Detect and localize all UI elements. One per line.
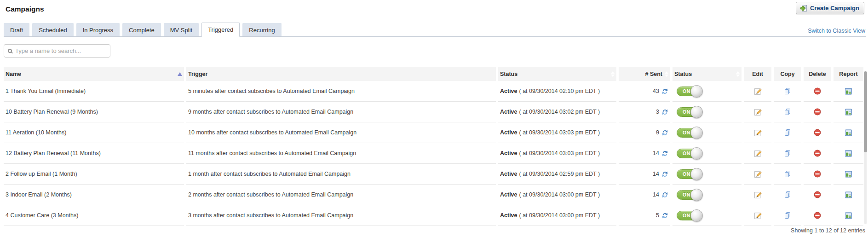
status-toggle[interactable]: ON bbox=[677, 107, 701, 117]
column-header-edit: Edit bbox=[744, 67, 771, 81]
report-chart-icon[interactable] bbox=[845, 191, 852, 199]
campaign-copy-cell bbox=[774, 143, 801, 164]
campaign-sent-cell: 9 bbox=[619, 122, 670, 143]
column-header-name[interactable]: Name bbox=[4, 67, 184, 81]
column-header-status[interactable]: Status bbox=[498, 67, 616, 81]
delete-minus-icon[interactable] bbox=[814, 129, 821, 136]
report-chart-icon[interactable] bbox=[845, 150, 852, 157]
campaign-report-cell bbox=[834, 102, 863, 122]
report-chart-icon[interactable] bbox=[845, 108, 852, 116]
search-icon bbox=[8, 49, 12, 53]
tab-mv-split[interactable]: MV Split bbox=[164, 23, 199, 36]
column-header-status-toggle[interactable]: Status bbox=[673, 67, 742, 81]
status-toggle[interactable]: ON bbox=[677, 128, 701, 138]
toggle-knob-icon[interactable] bbox=[690, 189, 703, 201]
copy-pages-icon[interactable] bbox=[784, 212, 791, 219]
campaign-trigger-cell: 3 months after contact subscribes to Aut… bbox=[186, 205, 496, 226]
refresh-count-icon[interactable] bbox=[661, 88, 668, 95]
campaign-delete-cell bbox=[804, 205, 831, 226]
toggle-knob-icon[interactable] bbox=[690, 106, 703, 118]
campaign-name-cell: 12 Battery Plan Renewal (11 Months) bbox=[4, 143, 184, 164]
column-header-sent[interactable]: # Sent bbox=[619, 67, 670, 81]
refresh-count-icon[interactable] bbox=[661, 129, 668, 136]
copy-pages-icon[interactable] bbox=[784, 129, 791, 136]
toggle-knob-icon[interactable] bbox=[690, 168, 703, 180]
campaign-sent-cell: 43 bbox=[619, 81, 670, 102]
campaign-copy-cell bbox=[774, 205, 801, 226]
copy-pages-icon[interactable] bbox=[784, 87, 791, 95]
page-title: Campaigns bbox=[6, 5, 44, 13]
status-toggle[interactable]: ON bbox=[677, 190, 701, 200]
campaign-status-cell: Active ( at 09/30/2014 03:00 pm EDT ) bbox=[498, 205, 616, 226]
campaign-toggle-cell: ON bbox=[673, 102, 742, 122]
campaign-trigger-cell: 11 months after contact subscribes to Au… bbox=[186, 143, 496, 164]
campaign-name-cell: 2 Follow up Email (1 Month) bbox=[4, 164, 184, 185]
delete-minus-icon[interactable] bbox=[814, 170, 821, 178]
edit-pencil-icon[interactable] bbox=[754, 150, 762, 157]
edit-pencil-icon[interactable] bbox=[754, 108, 762, 116]
toggle-knob-icon[interactable] bbox=[690, 147, 703, 160]
campaign-edit-cell bbox=[744, 185, 771, 205]
search-input[interactable] bbox=[15, 47, 106, 54]
campaign-report-cell bbox=[834, 164, 863, 185]
report-chart-icon[interactable] bbox=[845, 129, 852, 137]
delete-minus-icon[interactable] bbox=[814, 150, 821, 157]
refresh-count-icon[interactable] bbox=[661, 212, 668, 219]
copy-pages-icon[interactable] bbox=[784, 150, 791, 157]
campaign-report-cell bbox=[834, 81, 863, 102]
campaign-copy-cell bbox=[774, 81, 801, 102]
campaign-status-cell: Active ( at 09/30/2014 02:59 pm EDT ) bbox=[498, 164, 616, 185]
column-header-trigger[interactable]: Trigger bbox=[186, 67, 496, 81]
delete-minus-icon[interactable] bbox=[814, 191, 821, 198]
status-toggle[interactable]: ON bbox=[677, 211, 701, 220]
showing-entries-text: Showing 1 to 12 of 12 entries bbox=[791, 227, 865, 234]
report-chart-icon[interactable] bbox=[845, 212, 852, 220]
copy-pages-icon[interactable] bbox=[784, 191, 791, 198]
campaign-edit-cell bbox=[744, 102, 771, 122]
sort-icon bbox=[736, 71, 740, 77]
refresh-count-icon[interactable] bbox=[661, 191, 668, 198]
copy-pages-icon[interactable] bbox=[784, 108, 791, 116]
campaign-trigger-cell: 9 months after contact subscribes to Aut… bbox=[186, 102, 496, 122]
tab-triggered[interactable]: Triggered bbox=[201, 23, 240, 37]
tab-recurring[interactable]: Recurring bbox=[242, 23, 281, 36]
refresh-count-icon[interactable] bbox=[661, 171, 668, 178]
toggle-knob-icon[interactable] bbox=[690, 127, 703, 139]
switch-to-classic-view-link[interactable]: Switch to Classic View bbox=[808, 28, 865, 34]
tab-complete[interactable]: Complete bbox=[122, 23, 161, 36]
delete-minus-icon[interactable] bbox=[814, 87, 821, 95]
search-box[interactable] bbox=[4, 44, 110, 58]
status-toggle[interactable]: ON bbox=[677, 87, 701, 96]
copy-pages-icon[interactable] bbox=[784, 170, 791, 178]
campaign-delete-cell bbox=[804, 81, 831, 102]
campaign-delete-cell bbox=[804, 143, 831, 164]
campaign-toggle-cell: ON bbox=[673, 164, 742, 185]
campaign-tabs: Draft Scheduled In Progress Complete MV … bbox=[4, 23, 866, 37]
report-chart-icon[interactable] bbox=[845, 87, 852, 95]
scrollbar-thumb[interactable] bbox=[864, 71, 867, 152]
toggle-knob-icon[interactable] bbox=[690, 209, 703, 222]
campaign-name-cell: 11 Aeration (10 Months) bbox=[4, 122, 184, 143]
refresh-count-icon[interactable] bbox=[661, 150, 668, 157]
campaign-name-cell: 1 Thank You Email (Immediate) bbox=[4, 81, 184, 102]
edit-pencil-icon[interactable] bbox=[754, 129, 762, 137]
edit-pencil-icon[interactable] bbox=[754, 191, 762, 199]
campaign-status-cell: Active ( at 09/30/2014 03:03 pm EDT ) bbox=[498, 143, 616, 164]
tab-scheduled[interactable]: Scheduled bbox=[32, 23, 73, 36]
create-campaign-button[interactable]: Create Campaign bbox=[796, 2, 864, 14]
delete-minus-icon[interactable] bbox=[814, 212, 821, 219]
status-toggle[interactable]: ON bbox=[677, 169, 701, 179]
tab-in-progress[interactable]: In Progress bbox=[76, 23, 120, 36]
tab-draft[interactable]: Draft bbox=[4, 23, 29, 36]
delete-minus-icon[interactable] bbox=[814, 108, 821, 116]
campaign-toggle-cell: ON bbox=[673, 205, 742, 226]
campaign-report-cell bbox=[834, 122, 863, 143]
status-toggle[interactable]: ON bbox=[677, 149, 701, 158]
edit-pencil-icon[interactable] bbox=[754, 87, 762, 95]
edit-pencil-icon[interactable] bbox=[754, 170, 762, 178]
campaign-name-cell: 3 Indoor Email (2 Months) bbox=[4, 185, 184, 205]
toggle-knob-icon[interactable] bbox=[690, 85, 703, 98]
edit-pencil-icon[interactable] bbox=[754, 212, 762, 220]
report-chart-icon[interactable] bbox=[845, 170, 852, 178]
refresh-count-icon[interactable] bbox=[661, 109, 668, 116]
